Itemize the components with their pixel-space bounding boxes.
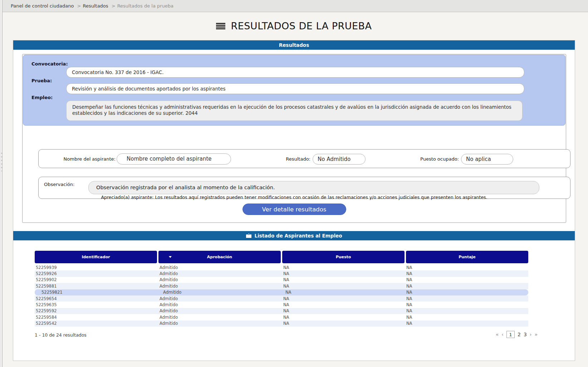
column-header-puesto[interactable]: Puesto xyxy=(282,251,405,263)
prueba-value: Revisión y análisis de documentos aporta… xyxy=(66,83,524,94)
cell-aprobacion: Admitido xyxy=(158,315,282,320)
empleo-value: Desempeñar las funciones técnicas y admi… xyxy=(66,101,523,121)
cell-puesto: NA xyxy=(282,271,405,276)
list-icon xyxy=(216,22,225,29)
breadcrumb-separator: > xyxy=(112,3,116,9)
cell-puesto: NA xyxy=(282,284,405,289)
pagination-summary: 1 - 10 de 24 resultados xyxy=(35,332,87,338)
splitter-handle[interactable] xyxy=(1,153,2,171)
column-header-label: Aprobación xyxy=(207,255,232,259)
page-title-text: RESULTADOS DE LA PRUEBA xyxy=(231,20,372,31)
nombre-aspirante-label: Nombre del aspirante: xyxy=(58,156,116,162)
cell-identificador: 52259584 xyxy=(35,315,158,320)
sort-arrow-icon[interactable] xyxy=(169,256,172,258)
convocatoria-label: Convocatoria: xyxy=(31,61,68,67)
ver-detalle-button[interactable]: Ver detalle resultados xyxy=(242,204,346,215)
cell-aprobacion: Admitido xyxy=(158,290,282,295)
cell-puntaje: NA xyxy=(405,277,528,282)
convocatoria-panel: Convocatoria: Convocatoria No. 337 de 20… xyxy=(23,55,565,126)
pager-item[interactable]: ‹ xyxy=(501,332,504,337)
cell-puesto: NA xyxy=(282,315,405,320)
cell-aprobacion: Admitido xyxy=(158,308,282,313)
cell-identificador: 52259902 xyxy=(35,277,158,282)
cell-aprobacion: Admitido xyxy=(158,271,282,276)
cell-identificador: 52259654 xyxy=(35,296,158,301)
table-header-row: Identificador Aprobación Puesto Puntaje xyxy=(35,251,528,263)
book-icon xyxy=(246,234,251,238)
cell-puesto: NA xyxy=(282,308,405,313)
pager-item[interactable]: 1 xyxy=(506,331,515,338)
table-row[interactable]: 52259881 Admitido NA NA xyxy=(35,283,528,289)
aspirantes-table: Identificador Aprobación Puesto Puntaje … xyxy=(35,251,528,327)
cell-aprobacion: Admitido xyxy=(158,284,282,289)
column-header-identificador[interactable]: Identificador xyxy=(35,251,157,263)
puesto-ocupado-field[interactable]: No aplica xyxy=(461,154,513,165)
cell-puntaje: NA xyxy=(405,284,528,289)
breadcrumb-separator: > xyxy=(77,3,81,9)
resultado-label: Resultado: xyxy=(260,156,310,162)
cell-aprobacion: Admitido xyxy=(158,321,282,326)
cell-aprobacion: Admitido xyxy=(158,296,282,301)
cell-puesto: NA xyxy=(282,277,405,282)
table-row[interactable]: 52259584 Admitido NA NA xyxy=(35,314,528,320)
cell-identificador: 52259542 xyxy=(35,321,158,326)
breadcrumb-item[interactable]: Panel de control ciudadano xyxy=(11,3,74,9)
pager-item[interactable]: » xyxy=(534,332,538,337)
prueba-label: Prueba: xyxy=(31,78,52,83)
cell-puesto: NA xyxy=(282,290,405,295)
table-row[interactable]: 52259821 Admitido NA NA xyxy=(35,289,528,295)
empleo-label: Empleo: xyxy=(31,95,53,100)
cell-identificador: 52259821 xyxy=(35,290,158,295)
main-panel: Resultados Convocatoria: Convocatoria No… xyxy=(13,40,575,361)
aspirante-notice: Apreciado(a) aspirante: Los resultados a… xyxy=(23,195,566,200)
cell-identificador: 52259939 xyxy=(35,265,158,270)
table-row[interactable]: 52259542 Admitido NA NA xyxy=(35,320,528,327)
breadcrumb-item[interactable]: Resultados de la prueba xyxy=(117,3,173,9)
resultados-section-header: Resultados xyxy=(13,40,575,50)
cell-aprobacion: Admitido xyxy=(158,277,282,282)
aspirante-row: Nombre del aspirante: Nombre completo de… xyxy=(38,149,570,168)
breadcrumb: Panel de control ciudadano >Resultados >… xyxy=(3,0,588,12)
cell-puntaje: NA xyxy=(405,271,528,276)
puesto-ocupado-label: Puesto ocupado: xyxy=(406,156,459,162)
table-row[interactable]: 52259902 Admitido NA NA xyxy=(35,277,528,283)
window-edge-line xyxy=(2,0,3,367)
resultado-field[interactable]: No Admitido xyxy=(313,154,366,165)
resultados-section-title: Resultados xyxy=(279,42,309,48)
cell-identificador: 52259881 xyxy=(35,284,158,289)
cell-identificador: 52259635 xyxy=(35,302,158,307)
table-row[interactable]: 52259635 Admitido NA NA xyxy=(35,302,528,308)
nombre-aspirante-field[interactable]: Nombre completo del aspirante xyxy=(117,153,231,165)
cell-puntaje: NA xyxy=(405,308,528,313)
cell-puntaje: NA xyxy=(405,321,528,326)
observacion-field[interactable]: Observación registrada por el analista a… xyxy=(88,181,539,194)
table-row[interactable]: 52259926 Admitido NA NA xyxy=(35,270,528,277)
cell-aprobacion: Admitido xyxy=(158,265,282,270)
cell-puntaje: NA xyxy=(405,265,528,270)
pager-item[interactable]: 2 xyxy=(518,332,521,337)
cell-puesto: NA xyxy=(282,265,405,270)
column-header-puntaje[interactable]: Puntaje xyxy=(406,251,528,263)
cell-puntaje: NA xyxy=(405,302,528,307)
listado-section-title: Listado de Aspirantes al Empleo xyxy=(255,233,342,239)
cell-puntaje: NA xyxy=(405,296,528,301)
table-row[interactable]: 52259592 Admitido NA NA xyxy=(35,308,528,314)
cell-puesto: NA xyxy=(282,321,405,326)
convocatoria-value: Convocatoria No. 337 de 2016 - IGAC. xyxy=(66,67,524,78)
pager-item[interactable]: « xyxy=(496,332,499,337)
resultados-card: Convocatoria: Convocatoria No. 337 de 20… xyxy=(22,54,566,223)
cell-identificador: 52259592 xyxy=(35,308,158,313)
column-header-aprobacion[interactable]: Aprobación xyxy=(158,251,281,263)
pager-item[interactable]: 3 xyxy=(524,332,527,337)
cell-puntaje: NA xyxy=(405,290,528,295)
cell-puntaje: NA xyxy=(405,315,528,320)
pager: « ‹ 1 2 3 › » xyxy=(496,331,538,338)
listado-section-header: Listado de Aspirantes al Empleo xyxy=(13,231,575,240)
cell-aprobacion: Admitido xyxy=(158,302,282,307)
page-title: RESULTADOS DE LA PRUEBA xyxy=(13,19,575,32)
table-row[interactable]: 52259654 Admitido NA NA xyxy=(35,295,528,302)
table-row[interactable]: 52259939 Admitido NA NA xyxy=(35,264,528,270)
pager-item[interactable]: › xyxy=(530,332,532,337)
window-edge-line xyxy=(1,0,1,367)
breadcrumb-item[interactable]: Resultados xyxy=(83,3,108,9)
